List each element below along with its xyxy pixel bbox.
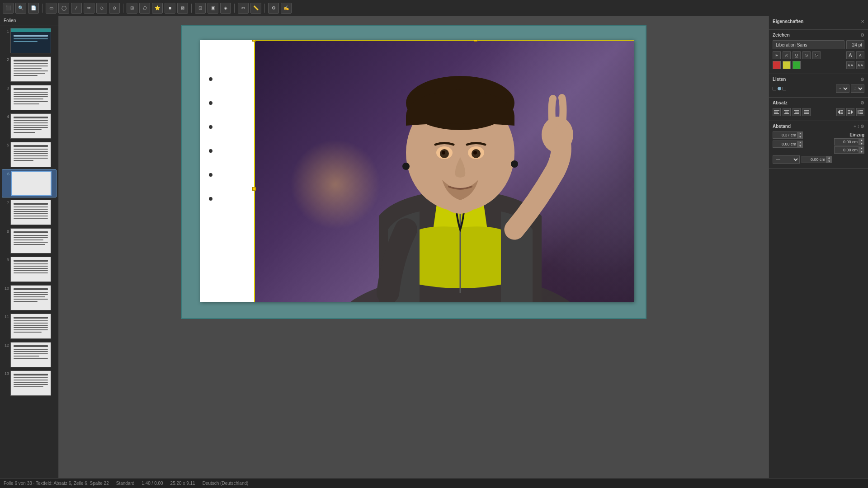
slide-thumb-12[interactable]: 12 xyxy=(2,341,57,368)
bullet-dot-6 xyxy=(209,197,212,201)
font-color-red[interactable] xyxy=(773,61,781,69)
abstand-input-1: ▲ ▼ xyxy=(773,131,803,139)
list-dropdown[interactable]: • – ▪ xyxy=(836,84,849,93)
slide-video-element[interactable] xyxy=(254,40,634,302)
slide-thumb-10[interactable]: 10 xyxy=(2,284,57,311)
toolbar-btn-17[interactable]: ◈ xyxy=(220,3,231,14)
shadow-btn[interactable]: S xyxy=(812,51,821,59)
toolbar-btn-5[interactable]: ◯ xyxy=(58,3,69,14)
zeichen-expand[interactable]: ⚙ xyxy=(860,33,864,38)
canvas-area[interactable] xyxy=(59,16,769,478)
abstand-spin-dn-5[interactable]: ▼ xyxy=(826,160,832,163)
underline-btn[interactable]: U xyxy=(793,51,801,59)
font-name-input[interactable] xyxy=(773,40,844,49)
toolbar-btn-15[interactable]: ⊡ xyxy=(195,3,206,14)
indent-decrease-btn[interactable] xyxy=(836,108,844,116)
slide-canvas[interactable] xyxy=(181,25,646,319)
abstand-spin-dn-4[interactable]: ▼ xyxy=(859,150,864,154)
abstand-val-2[interactable] xyxy=(773,141,797,148)
toolbar-btn-18[interactable]: ✂ xyxy=(238,3,249,14)
list-size-dropdown[interactable]: 1 2 xyxy=(851,84,864,93)
align-justify-btn[interactable] xyxy=(802,108,811,116)
align-right-btn[interactable] xyxy=(793,108,801,116)
toolbar-btn-16[interactable]: ▣ xyxy=(208,3,218,14)
listen-expand[interactable]: ⚙ xyxy=(860,77,864,82)
abstand-select[interactable]: — xyxy=(773,155,800,164)
slide-thumb-1[interactable]: 1 xyxy=(2,27,57,54)
abstand-spin-dn-3[interactable]: ▼ xyxy=(859,142,864,145)
abstand-sort-btn[interactable]: ↕ xyxy=(857,124,859,129)
toolbar-btn-1[interactable]: ⬛ xyxy=(3,3,14,14)
align-left-btn[interactable] xyxy=(773,108,781,116)
abstand-spin-dn-2[interactable]: ▼ xyxy=(797,144,803,148)
slide-thumb-8[interactable]: 8 xyxy=(2,227,57,254)
abstand-val-1[interactable] xyxy=(773,131,797,139)
slide-thumb-9[interactable]: 9 xyxy=(2,256,57,283)
font-size-input[interactable] xyxy=(846,40,864,49)
main-toolbar: ⬛ 🔍 📄 ▭ ◯ ∕ ✏ ◇ ⊙ ⊞ ⬠ ⭐ ■ ⊠ ⊡ ▣ ◈ ✂ 📏 ⚙ … xyxy=(0,0,868,16)
slide-thumb-7[interactable]: 7 xyxy=(2,199,57,226)
slide-text-area[interactable] xyxy=(209,76,299,220)
list-style-none[interactable] xyxy=(773,87,776,90)
toolbar-btn-8[interactable]: ◇ xyxy=(96,3,107,14)
line-spacing-btn[interactable] xyxy=(856,108,864,116)
abstand-spin-up-3[interactable]: ▲ xyxy=(859,138,864,142)
font-color-yellow[interactable] xyxy=(783,61,791,69)
toolbar-btn-4[interactable]: ▭ xyxy=(46,3,57,14)
slide-thumb-3[interactable]: 3 xyxy=(2,84,57,111)
toolbar-btn-2[interactable]: 🔍 xyxy=(15,3,26,14)
toolbar-btn-19[interactable]: 📏 xyxy=(250,3,261,14)
toolbar-btn-7[interactable]: ✏ xyxy=(84,3,94,14)
slide-thumb-5[interactable]: 5 xyxy=(2,141,57,168)
color-row: A A A A xyxy=(773,61,864,69)
slide-paper[interactable] xyxy=(200,40,634,302)
abstand-spin-up-5[interactable]: ▲ xyxy=(826,156,832,160)
toolbar-btn-12[interactable]: ⭐ xyxy=(152,3,163,14)
bold-btn[interactable]: F xyxy=(773,51,781,59)
slide-thumb-11[interactable]: 11 xyxy=(2,313,57,340)
slide-thumb-2[interactable]: 2 xyxy=(2,56,57,83)
slide-thumb-4[interactable]: 4 xyxy=(2,113,57,140)
svg-point-11 xyxy=(542,117,573,153)
char-spacing-btn[interactable]: A A xyxy=(846,61,854,69)
svg-point-9 xyxy=(442,151,445,155)
slides-list[interactable]: 1 2 xyxy=(0,25,58,478)
abstand-val-4[interactable] xyxy=(834,146,859,154)
properties-close-btn[interactable]: ✕ xyxy=(861,19,864,24)
indent-increase-btn[interactable] xyxy=(846,108,854,116)
italic-btn[interactable]: K xyxy=(783,51,791,59)
abstand-spin-dn-1[interactable]: ▼ xyxy=(797,135,803,139)
toolbar-btn-14[interactable]: ⊠ xyxy=(177,3,188,14)
slide-img-12 xyxy=(10,342,51,367)
toolbar-btn-10[interactable]: ⊞ xyxy=(127,3,137,14)
abstand-expand[interactable]: ⚙ xyxy=(860,124,864,129)
toolbar-btn-9[interactable]: ⊙ xyxy=(109,3,120,14)
font-row xyxy=(773,40,864,49)
abstand-spin-up-4[interactable]: ▲ xyxy=(859,146,864,150)
absatz-expand[interactable]: ⚙ xyxy=(860,100,864,105)
slide-bullet-4 xyxy=(209,148,299,153)
toolbar-btn-6[interactable]: ∕ xyxy=(71,3,82,14)
font-size-small-btn[interactable]: A xyxy=(856,51,864,59)
strikethrough-btn[interactable]: S xyxy=(802,51,811,59)
abstand-val-3[interactable] xyxy=(834,138,859,145)
abstand-spin-up-1[interactable]: ▲ xyxy=(797,131,803,135)
toolbar-btn-21[interactable]: ✍ xyxy=(281,3,292,14)
font-size-large-btn[interactable]: A xyxy=(846,51,854,59)
slide-thumb-6[interactable]: 6 xyxy=(2,169,57,197)
properties-title: Eigenschaften xyxy=(773,19,803,24)
toolbar-btn-20[interactable]: ⚙ xyxy=(268,3,279,14)
font-color-green[interactable] xyxy=(793,61,801,69)
toolbar-btn-13[interactable]: ■ xyxy=(165,3,175,14)
align-center-btn[interactable] xyxy=(783,108,791,116)
list-style-bullet[interactable] xyxy=(778,87,781,90)
slide-thumb-13[interactable]: 13 xyxy=(2,370,57,397)
abstand-val-5[interactable] xyxy=(802,156,826,163)
list-style-numbered[interactable] xyxy=(783,87,786,90)
abstand-add-btn[interactable]: + xyxy=(854,124,856,129)
toolbar-btn-11[interactable]: ⬠ xyxy=(139,3,150,14)
abstand-spin-up-2[interactable]: ▲ xyxy=(797,141,803,144)
toolbar-btn-3[interactable]: 📄 xyxy=(28,3,39,14)
zeichen-section: Zeichen ⚙ F K U S S A A xyxy=(769,30,868,74)
char-kerning-btn[interactable]: A A xyxy=(856,61,864,69)
